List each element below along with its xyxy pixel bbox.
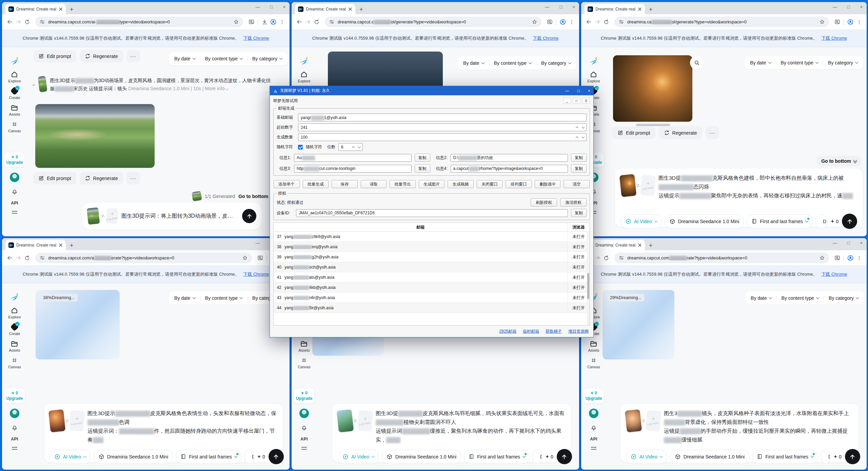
table-scrollbar[interactable]: [587, 232, 590, 325]
forward-button[interactable]: [15, 19, 22, 25]
window-minimize-button[interactable]: —: [256, 4, 260, 9]
base-email-input[interactable]: yangr▓▓▓▓▓1@yslh.asia: [298, 114, 587, 121]
menu-kebab-icon[interactable]: [856, 255, 863, 261]
filter-by-date[interactable]: By date: [463, 60, 484, 66]
window-close-button[interactable]: ×: [283, 4, 285, 9]
first-frame-thumbnail[interactable]: [48, 409, 65, 432]
duration-selector[interactable]: D: [815, 214, 827, 229]
table-row[interactable]: 39yang▓▓▓▓▓▓▓g2h@yslh.asia未打开: [274, 252, 590, 262]
table-row[interactable]: 37yang▓▓▓▓▓▓▓c9k9@yslh.asia未打开: [274, 232, 590, 242]
tab-close-icon[interactable]: [59, 7, 63, 11]
forward-button[interactable]: [594, 19, 601, 25]
reload-button[interactable]: [313, 19, 320, 25]
upgrade-button[interactable]: 0Upgrade: [4, 152, 25, 167]
profile-icon[interactable]: [847, 255, 854, 261]
dialog-close-button[interactable]: ×: [588, 89, 590, 93]
more-options-button[interactable]: ···: [706, 126, 719, 139]
user-avatar[interactable]: [299, 409, 309, 418]
sidebar-item-explore[interactable]: Explore: [298, 70, 310, 83]
new-tab-button[interactable]: +: [649, 243, 653, 248]
browser-tab[interactable]: Dreamina: Create realistic tal: [585, 4, 645, 14]
regenerate-button[interactable]: Regenerate: [659, 126, 702, 139]
inner-close-button[interactable]: X: [582, 98, 590, 104]
first-frame-thumbnail[interactable]: [625, 409, 642, 432]
table-row[interactable]: 41yang▓▓▓▓▓▓ats@yslh.asia未打开: [274, 272, 590, 282]
spinner-up-icon[interactable]: [576, 126, 578, 129]
window-minimize-button[interactable]: —: [833, 4, 837, 9]
duration-selector[interactable]: D: [533, 450, 542, 464]
window-minimize-button[interactable]: —: [833, 240, 837, 246]
filter-by-content-type[interactable]: By content type: [782, 295, 819, 301]
reload-button[interactable]: [603, 19, 610, 25]
swap-frames-icon[interactable]: [100, 213, 105, 219]
bookmark-star-icon[interactable]: [242, 255, 248, 261]
profile-icon[interactable]: [847, 19, 854, 25]
link-get-proxy[interactable]: 获取梯子: [546, 329, 562, 334]
save-button[interactable]: 保存: [332, 180, 358, 188]
generate-video-button[interactable]: 生成视频: [448, 180, 474, 188]
window-close-button[interactable]: ×: [860, 240, 863, 246]
sidebar-item-api[interactable]: API: [300, 437, 308, 441]
regenerate-button[interactable]: Regenerate: [80, 50, 123, 62]
window-maximize-button[interactable]: □: [270, 4, 273, 9]
forward-button[interactable]: [15, 255, 22, 261]
table-row[interactable]: 42yang▓▓▓▓▓▓4kb@yslh.asia未打开: [274, 282, 590, 293]
refresh-auth-button[interactable]: 刷新授权: [531, 198, 557, 207]
filter-by-content-type[interactable]: By content type: [205, 295, 243, 301]
spinner-down-icon[interactable]: [582, 135, 585, 138]
reading-mode-icon[interactable]: [834, 255, 841, 261]
sidebar-item-create[interactable]: Create: [9, 323, 20, 336]
ai-video-selector[interactable]: AI Video: [338, 450, 379, 464]
dialog-maximize-button[interactable]: □: [577, 89, 580, 93]
browser-tab[interactable]: Dreamina: Create realistic tal: [295, 4, 355, 14]
address-bar[interactable]: dreamina.capcut.com/ai-▓▓▓▓▓▓▓▓type=vide…: [35, 17, 243, 27]
sidebar-item-explore[interactable]: Explore: [8, 70, 21, 83]
ai-video-selector[interactable]: AI Video: [50, 450, 91, 464]
back-button[interactable]: [296, 19, 302, 25]
prompt-input-card[interactable]: +Last fram 图生3▓▓▓▓▓▓▓镜头，皮克斯风格种子表面有淡淡光泽，水…: [620, 404, 859, 462]
forward-button[interactable]: [304, 19, 311, 25]
sidebar-item-api[interactable]: API: [11, 201, 18, 205]
generated-video-preview[interactable]: [613, 55, 692, 122]
forward-button[interactable]: [594, 255, 601, 261]
filter-by-content-type[interactable]: By content type: [781, 60, 818, 65]
notifications-bell-icon[interactable]: [11, 187, 19, 195]
filter-by-date[interactable]: By date: [174, 295, 195, 301]
prompt-input-card[interactable]: +Last fram 图生3D提▓▓▓▓▓▓▓▓▓克斯风格角色建模，郎中长袍布料…: [615, 169, 863, 227]
sidebar-item-canvas[interactable]: ⌗Canvas: [8, 120, 21, 133]
swap-frames-icon[interactable]: [635, 183, 641, 188]
sidebar-item-assets[interactable]: Assets: [588, 339, 599, 352]
site-controls-icon[interactable]: [39, 19, 45, 25]
sidebar-item-api[interactable]: API: [11, 437, 18, 441]
table-row[interactable]: 38yang▓▓▓▓▓▓▓erq@yslh.asia未打开: [274, 242, 590, 252]
filter-by-category[interactable]: By category: [541, 60, 571, 66]
site-controls-icon[interactable]: [618, 255, 624, 261]
bookmark-star-icon[interactable]: [233, 19, 239, 25]
generate-image-button[interactable]: 生成图片: [419, 180, 445, 188]
prompt-thumbnail[interactable]: [38, 76, 47, 92]
info4-input[interactable]: a.capcut▓▓▓▓l/home/?type=image&workspace…: [451, 165, 568, 173]
profile-icon[interactable]: [270, 19, 277, 25]
browser-tab[interactable]: Dreamina: Create realistic tal: [5, 4, 66, 14]
digits-input[interactable]: 6: [338, 143, 363, 151]
duration-selector[interactable]: D: [821, 450, 830, 464]
profile-icon[interactable]: [559, 19, 566, 25]
upgrade-button[interactable]: 0Upgrade: [4, 388, 25, 403]
frames-mode-selector[interactable]: First and last frames: [747, 214, 813, 229]
upgrade-button[interactable]: 0Upgrade: [584, 388, 604, 403]
ai-video-selector[interactable]: AI Video: [626, 450, 667, 464]
activate-auth-button[interactable]: 激活授权: [560, 198, 587, 207]
browser-tab[interactable]: Dreamina: Create realistic tal: [5, 240, 66, 250]
copy-info2-button[interactable]: 复制: [571, 154, 587, 162]
spinner-down-icon[interactable]: [582, 125, 585, 128]
sidebar-item-canvas[interactable]: ⌗Canvas: [298, 356, 310, 369]
sidebar-item-api[interactable]: API: [590, 437, 597, 441]
notifications-bell-icon[interactable]: [590, 423, 598, 431]
new-tab-button[interactable]: +: [70, 243, 74, 248]
generate-button[interactable]: [269, 449, 284, 464]
model-selector[interactable]: Dreamina Seedance 1.0 Mini: [94, 450, 173, 464]
prompt-input-card[interactable]: +Last fram 图生3D提▓▓▓▓▓▓▓皮克斯风格水鸟羽毛细腻，鸡头状果实…: [332, 404, 571, 462]
back-button[interactable]: [6, 19, 13, 25]
copy-device-id-button[interactable]: 复制: [571, 209, 587, 217]
copy-info3-button[interactable]: 复制: [415, 164, 430, 173]
